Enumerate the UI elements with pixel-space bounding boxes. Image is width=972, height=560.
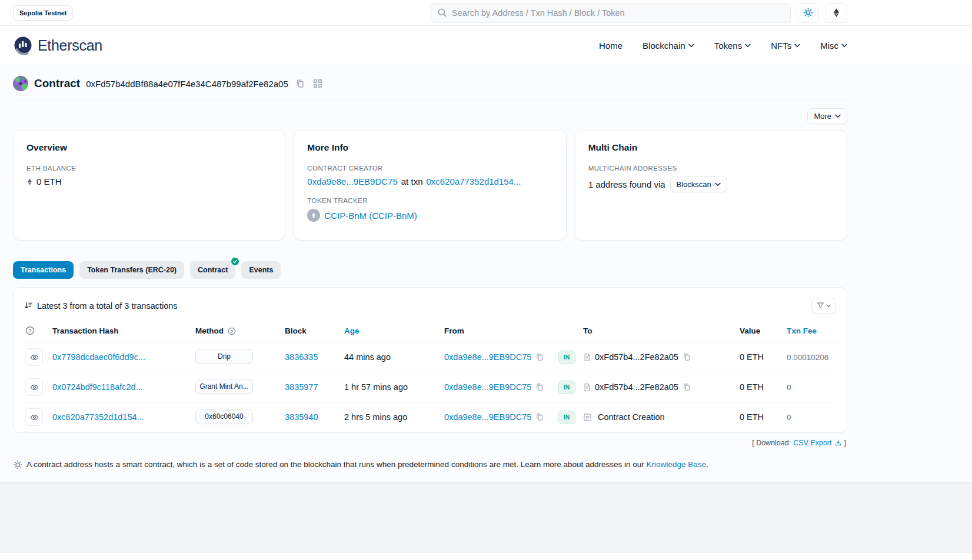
transactions-summary: Latest 3 from a total of 3 transactions bbox=[24, 301, 178, 311]
brand-logo[interactable]: Etherscan bbox=[13, 35, 102, 55]
creator-connector: at txn bbox=[401, 176, 423, 186]
copy-to-button[interactable] bbox=[682, 382, 691, 392]
knowledge-base-link[interactable]: Knowledge Base bbox=[647, 460, 706, 469]
method-badge[interactable]: 0x60c06040 bbox=[195, 409, 253, 424]
method-badge[interactable]: Drip bbox=[195, 349, 253, 364]
etherscan-logo-icon bbox=[13, 35, 33, 55]
tx-value: 0 ETH bbox=[740, 412, 764, 422]
tx-fee: 0 bbox=[787, 413, 791, 422]
tx-age: 1 hr 57 mins ago bbox=[344, 382, 408, 392]
copy-to-button[interactable] bbox=[682, 352, 691, 362]
eth-diamond-icon bbox=[26, 178, 33, 186]
method-badge[interactable]: Grant Mint An... bbox=[195, 379, 253, 394]
direction-badge: IN bbox=[558, 411, 575, 424]
multichain-found-text: 1 address found via bbox=[588, 179, 665, 189]
chevron-down-icon bbox=[715, 182, 721, 186]
contract-creator-label: CONTRACT CREATOR bbox=[307, 165, 552, 172]
to-address: Contract Creation bbox=[598, 412, 665, 422]
tab-token-transfers[interactable]: Token Transfers (ERC-20) bbox=[79, 261, 184, 279]
from-address-link[interactable]: 0xda9e8e...9EB9DC75 bbox=[444, 352, 531, 362]
tab-events[interactable]: Events bbox=[241, 261, 281, 279]
copy-from-button[interactable] bbox=[535, 382, 544, 392]
eth-balance-value: 0 ETH bbox=[36, 176, 62, 186]
contract-footnote: A contract address hosts a smart contrac… bbox=[13, 460, 847, 482]
qr-code-button[interactable] bbox=[312, 78, 324, 89]
download-row: [ Download: CSV Export ] bbox=[13, 433, 847, 447]
nav-misc[interactable]: Misc bbox=[820, 41, 847, 51]
nav-home[interactable]: Home bbox=[599, 41, 623, 51]
search-icon bbox=[437, 8, 447, 18]
nav-blockchain[interactable]: Blockchain bbox=[643, 41, 694, 51]
copy-icon bbox=[535, 413, 544, 421]
search-input[interactable] bbox=[452, 8, 784, 18]
tx-hash-link[interactable]: 0x0724bdf9c118afc2d... bbox=[52, 382, 143, 392]
copy-from-button[interactable] bbox=[535, 352, 544, 362]
block-link[interactable]: 3835977 bbox=[285, 382, 318, 392]
tx-value: 0 ETH bbox=[740, 352, 764, 362]
tab-contract[interactable]: Contract bbox=[190, 261, 235, 279]
creation-txn-link[interactable]: 0xc620a77352d1d154... bbox=[426, 176, 521, 186]
nav-tokens[interactable]: Tokens bbox=[714, 41, 751, 51]
eth-balance-value-row: 0 ETH bbox=[26, 176, 272, 186]
theme-toggle-button[interactable] bbox=[797, 3, 819, 23]
address-avatar bbox=[13, 76, 28, 91]
file-icon bbox=[583, 353, 591, 362]
creator-address-link[interactable]: 0xda9e8e...9EB9DC75 bbox=[307, 176, 397, 186]
eye-icon bbox=[30, 413, 39, 422]
tx-hash-link[interactable]: 0xc620a77352d1d154... bbox=[52, 412, 144, 422]
chevron-down-icon bbox=[745, 44, 751, 48]
column-header-age[interactable]: Age bbox=[342, 321, 442, 342]
from-address-link[interactable]: 0xda9e8e...9EB9DC75 bbox=[444, 382, 531, 392]
more-info-card-title: More Info bbox=[307, 142, 552, 153]
tx-preview-button[interactable] bbox=[25, 408, 43, 426]
question-circle-icon[interactable]: ? bbox=[25, 326, 48, 335]
copy-from-button[interactable] bbox=[535, 412, 544, 422]
block-link[interactable]: 3836335 bbox=[285, 352, 318, 362]
blockscan-dropdown-button[interactable]: Blockscan bbox=[670, 176, 727, 192]
tx-preview-button[interactable] bbox=[25, 378, 43, 396]
tx-hash-link[interactable]: 0x7798dcdaec0f6dd9c... bbox=[52, 352, 145, 362]
multichain-card: Multi Chain MULTICHAIN ADDRESSES 1 addre… bbox=[575, 130, 847, 241]
overview-card-title: Overview bbox=[26, 142, 272, 153]
token-tracker-row: CCIP-BnM (CCIP-BnM) bbox=[307, 209, 552, 222]
eth-balance-label: ETH BALANCE bbox=[26, 165, 272, 172]
column-header-fee[interactable]: Txn Fee bbox=[784, 321, 837, 342]
token-tracker-link[interactable]: CCIP-BnM (CCIP-BnM) bbox=[324, 211, 417, 221]
filter-button[interactable] bbox=[811, 298, 836, 314]
network-badge[interactable]: Sepolia Testnet bbox=[13, 5, 73, 21]
tx-preview-button[interactable] bbox=[25, 348, 43, 366]
contract-creator-row: 0xda9e8e...9EB9DC75 at txn 0xc620a77352d… bbox=[307, 176, 552, 186]
funnel-icon bbox=[817, 302, 824, 309]
copy-address-button[interactable] bbox=[294, 78, 306, 89]
tx-age: 2 hrs 5 mins ago bbox=[344, 412, 407, 422]
copy-icon bbox=[295, 79, 305, 88]
from-address-link[interactable]: 0xda9e8e...9EB9DC75 bbox=[444, 412, 531, 422]
network-menu-button[interactable] bbox=[825, 3, 847, 23]
tx-age: 44 mins ago bbox=[344, 352, 391, 362]
verified-check-icon bbox=[231, 257, 239, 266]
contract-creation-icon bbox=[583, 413, 592, 422]
eye-icon bbox=[30, 353, 39, 362]
file-icon bbox=[583, 383, 591, 392]
more-dropdown-button[interactable]: More bbox=[807, 108, 847, 124]
search-box[interactable] bbox=[431, 3, 791, 23]
transaction-row: 0x7798dcdaec0f6dd9c... Drip 3836335 44 m… bbox=[23, 342, 837, 372]
main-nav: Home Blockchain Tokens NFTs Misc bbox=[599, 41, 847, 51]
footnote-text: A contract address hosts a smart contrac… bbox=[26, 460, 644, 469]
summary-cards: Overview ETH BALANCE 0 ETH More Info CON… bbox=[13, 130, 847, 241]
transactions-card: Latest 3 from a total of 3 transactions bbox=[13, 287, 847, 433]
tab-bar: Transactions Token Transfers (ERC-20) Co… bbox=[13, 261, 847, 279]
chevron-down-icon bbox=[794, 44, 800, 48]
csv-export-link[interactable]: CSV Export bbox=[793, 439, 831, 447]
footer-strip bbox=[0, 482, 972, 553]
top-bar: Sepolia Testnet bbox=[0, 0, 972, 26]
column-header-to: To bbox=[581, 321, 737, 342]
copy-icon bbox=[683, 383, 691, 391]
column-header-hash: Transaction Hash bbox=[50, 321, 193, 342]
chevron-down-icon bbox=[841, 44, 847, 48]
block-link[interactable]: 3835940 bbox=[285, 412, 318, 422]
transaction-row: 0x0724bdf9c118afc2d... Grant Mint An... … bbox=[23, 372, 837, 402]
tab-transactions[interactable]: Transactions bbox=[13, 261, 74, 279]
nav-nfts[interactable]: NFTs bbox=[771, 41, 800, 51]
question-circle-icon[interactable]: ? bbox=[228, 327, 236, 335]
